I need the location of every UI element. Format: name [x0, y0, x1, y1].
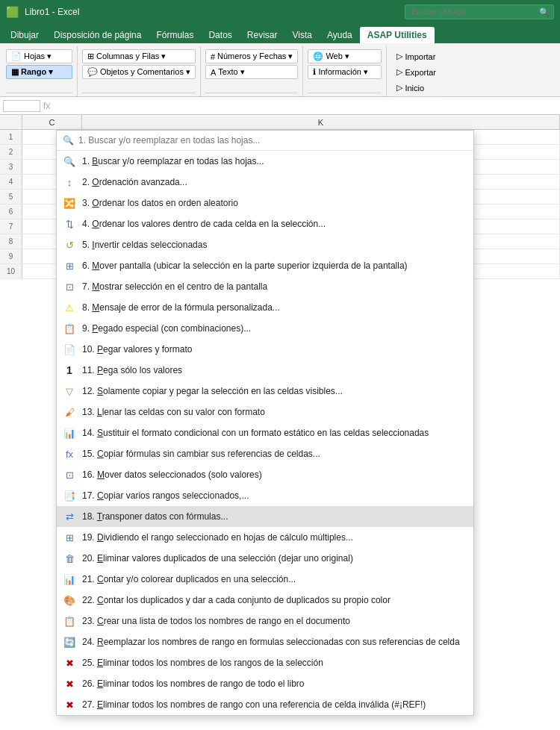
menu-item-22[interactable]: 🎨 22. Contar los duplicados y dar a cada… — [57, 590, 473, 611]
tab-formulas[interactable]: Fórmulas — [149, 27, 201, 43]
numbers-icon: # — [211, 52, 215, 61]
ribbon-tabs: Dibujar Disposición de página Fórmulas D… — [0, 24, 560, 43]
menu-icon-18: ⇄ — [63, 510, 76, 523]
menu-item-20[interactable]: 🗑 20. Eliminar valores duplicados de una… — [57, 548, 473, 569]
search-input[interactable] — [405, 4, 554, 19]
exportar-button[interactable]: ▷ Exportar — [391, 65, 444, 79]
menu-icon-20: 🗑 — [63, 552, 76, 565]
menu-icon-19: ⊞ — [63, 531, 76, 544]
menu-icon-15: fx — [63, 447, 76, 461]
menu-item-24[interactable]: 🔄 24. Reemplazar los nombres de rango en… — [57, 631, 473, 652]
menu-text-11: 11. Pega sólo los valores — [82, 365, 466, 375]
rango-button[interactable]: ▦ Rango ▾ — [6, 65, 72, 79]
hojas-button[interactable]: 📄 Hojas ▾ — [6, 49, 72, 63]
menu-icon-26: ✖ — [63, 677, 76, 690]
columns-icon: ⊞ — [87, 52, 94, 61]
menu-text-23: 23. Crear una lista de todos los nombres… — [82, 616, 466, 626]
tab-vista[interactable]: Vista — [285, 27, 320, 43]
inicio-button[interactable]: ▷ Inicio — [391, 81, 444, 95]
menu-icon-4: ⇅ — [63, 217, 76, 231]
formula-divider: fx — [43, 101, 50, 111]
menu-icon-17: 📑 — [63, 489, 76, 502]
menu-text-15: 15. Copiar fórmulas sin cambiar sus refe… — [82, 449, 466, 459]
menu-item-9[interactable]: 📋 9. Pegado especial (con combinaciones)… — [57, 318, 473, 339]
informacion-button[interactable]: ℹ Información ▾ — [308, 65, 382, 79]
menu-icon-3: 🔀 — [63, 196, 76, 210]
menu-item-18[interactable]: ⇄ 18. Transponer datos con fórmulas... — [57, 506, 473, 527]
menu-item-7[interactable]: ⊡ 7. Mostrar selección en el centro de l… — [57, 276, 473, 297]
importar-button[interactable]: ▷ Importar — [391, 49, 444, 63]
numeros-button[interactable]: # Números y Fechas ▾ — [205, 49, 299, 63]
dropdown-search-icon: 🔍 — [63, 135, 74, 146]
menu-text-17: 17. Copiar varios rangos seleccionados,.… — [82, 490, 466, 501]
menu-icon-24: 🔄 — [63, 635, 76, 649]
menu-item-5[interactable]: ↺ 5. Invertir celdas seleccionadas — [57, 234, 473, 255]
dropdown-menu: 🔍 🔍 1. Buscar y/o reemplazar en todas la… — [56, 130, 474, 716]
sheets-icon: 📄 — [11, 52, 22, 61]
menu-text-20: 20. Eliminar valores duplicados de una s… — [82, 553, 466, 564]
menu-icon-21: 📊 — [63, 573, 76, 586]
tab-disposicion[interactable]: Disposición de página — [46, 27, 149, 43]
menu-item-15[interactable]: fx 15. Copiar fórmulas sin cambiar sus r… — [57, 443, 473, 464]
menu-item-8[interactable]: ⚠ 8. Mensaje de error de la fórmula pers… — [57, 297, 473, 318]
menu-item-4[interactable]: ⇅ 4. Ordenar los valores dentro de cada … — [57, 213, 473, 234]
web-icon: 🌐 — [313, 52, 323, 61]
menu-text-13: 13. Llenar las celdas con su valor con f… — [82, 407, 466, 417]
menu-text-27: 27. Eliminar todos los nombres de rango … — [82, 699, 466, 710]
column-headers: C K — [0, 115, 560, 130]
formula-input[interactable] — [53, 101, 557, 111]
menu-item-16[interactable]: ⊡ 16. Mover datos seleccionados (solo va… — [57, 464, 473, 485]
columnas-button[interactable]: ⊞ Columnas y Filas ▾ — [82, 49, 196, 63]
menu-item-1[interactable]: 🔍 1. Buscar y/o reemplazar en todas las … — [57, 151, 473, 172]
name-box[interactable] — [3, 100, 40, 112]
menu-item-26[interactable]: ✖ 26. Eliminar todos los nombres de rang… — [57, 673, 473, 694]
menu-item-2[interactable]: ↕ 2. Ordenación avanzada... — [57, 172, 473, 193]
menu-item-3[interactable]: 🔀 3. Ordenar los datos en orden aleatori… — [57, 193, 473, 213]
menu-text-18: 18. Transponer datos con fórmulas... — [82, 511, 466, 522]
menu-item-27[interactable]: ✖ 27. Eliminar todos los nombres de rang… — [57, 694, 473, 715]
row-number-header-space — [0, 115, 22, 129]
tab-ayuda[interactable]: Ayuda — [320, 27, 360, 43]
menu-item-21[interactable]: 📊 21. Contar y/o colorear duplicados en … — [57, 569, 473, 590]
window-title: Libro1 - Excel — [25, 7, 79, 17]
objetos-button[interactable]: 💬 Objetos y Comentarios ▾ — [82, 65, 196, 79]
web-button[interactable]: 🌐 Web ▾ — [308, 49, 382, 63]
menu-item-23[interactable]: 📋 23. Crear una lista de todos los nombr… — [57, 611, 473, 631]
ribbon-group-import: ▷ Importar ▷ Exportar ▷ Inicio — [388, 46, 448, 96]
menu-icon-25: ✖ — [63, 656, 76, 670]
menu-icon-22: 🎨 — [63, 593, 76, 607]
ribbon: 📄 Hojas ▾ ▦ Rango ▾ ⊞ Columnas y Filas ▾… — [0, 43, 560, 97]
menu-item-6[interactable]: ⊞ 6. Mover pantalla (ubicar la selección… — [57, 255, 473, 276]
dropdown-search-input[interactable] — [78, 135, 467, 146]
menu-item-19[interactable]: ⊞ 19. Dividiendo el rango seleccionado e… — [57, 527, 473, 548]
menu-item-25[interactable]: ✖ 25. Eliminar todos los nombres de los … — [57, 652, 473, 673]
menu-item-13[interactable]: 🖌 13. Llenar las celdas con su valor con… — [57, 402, 473, 422]
tab-dibujar[interactable]: Dibujar — [3, 27, 46, 43]
menu-text-22: 22. Contar los duplicados y dar a cada c… — [82, 595, 466, 605]
tab-revisar[interactable]: Revisar — [240, 27, 285, 43]
menu-item-11[interactable]: 1 11. Pega sólo los valores — [57, 360, 473, 381]
menu-text-5: 5. Invertir celdas seleccionadas — [82, 240, 466, 250]
menu-text-14: 14. Sustituir el formato condicional con… — [82, 428, 466, 438]
menu-icon-7: ⊡ — [63, 280, 76, 293]
ribbon-group-columnas: ⊞ Columnas y Filas ▾ 💬 Objetos y Comenta… — [79, 46, 201, 96]
search-container[interactable]: 🔍 — [405, 4, 554, 19]
menu-item-10[interactable]: 📄 10. Pegar valores y formato — [57, 339, 473, 360]
titlebar: 🟩 Libro1 - Excel 🔍 — [0, 0, 560, 24]
col-header-k: K — [82, 115, 560, 129]
menu-icon-16: ⊡ — [63, 468, 76, 481]
menu-text-26: 26. Eliminar todos los nombres de rango … — [82, 678, 466, 689]
menu-text-8: 8. Mensaje de error de la fórmula person… — [82, 302, 466, 313]
tab-asap[interactable]: ASAP Utilities — [360, 27, 435, 43]
menu-item-17[interactable]: 📑 17. Copiar varios rangos seleccionados… — [57, 485, 473, 506]
menu-item-14[interactable]: 📊 14. Sustituir el formato condicional c… — [57, 422, 473, 443]
formula-bar: fx — [0, 97, 560, 115]
home-icon: ▷ — [396, 83, 402, 93]
ribbon-group-buttons-hojas: 📄 Hojas ▾ ▦ Rango ▾ — [6, 46, 72, 91]
menu-icon-1: 🔍 — [63, 155, 76, 168]
menu-icon-23: 📋 — [63, 614, 76, 628]
tab-datos[interactable]: Datos — [201, 27, 239, 43]
menu-text-4: 4. Ordenar los valores dentro de cada ce… — [82, 219, 466, 229]
menu-item-12[interactable]: ▽ 12. Solamente copiar y pegar la selecc… — [57, 381, 473, 402]
texto-button[interactable]: A Texto ▾ — [205, 65, 299, 79]
